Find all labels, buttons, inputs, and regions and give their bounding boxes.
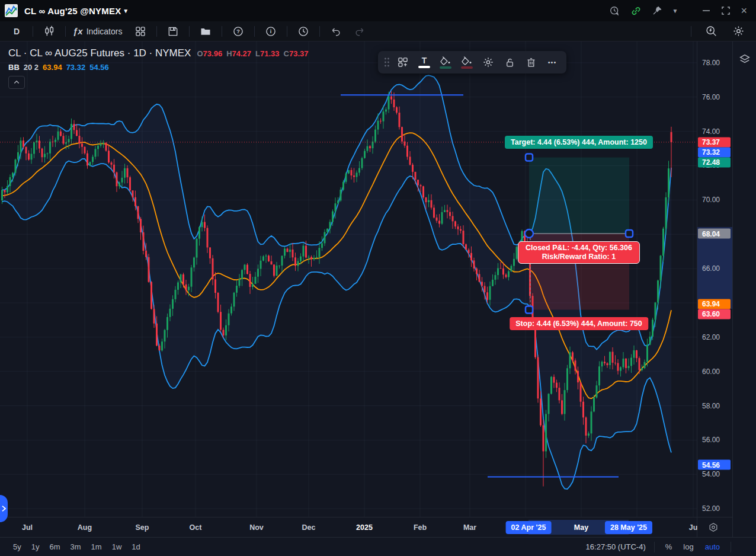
target-label[interactable]: Target: 4.44 (6.53%) 444, Amount: 1250 bbox=[505, 136, 653, 149]
help-icon: ? bbox=[232, 25, 244, 37]
window-titlebar: CL ∞ Aug'25 @NYMEX ▼ ▼ bbox=[0, 0, 756, 21]
support-chat-icon[interactable] bbox=[609, 5, 620, 17]
more-options-button[interactable]: ••• bbox=[542, 53, 563, 72]
maximize-button[interactable] bbox=[721, 6, 731, 15]
time-tick-label: Dec bbox=[302, 523, 316, 532]
date-anchor-badge[interactable]: 02 Apr '25 bbox=[506, 521, 552, 534]
price-badge: 73.37 bbox=[698, 137, 731, 147]
indicator-legend[interactable]: BB 20 2 63.94 73.32 54.56 bbox=[8, 63, 313, 72]
delete-drawing-button[interactable] bbox=[520, 53, 542, 72]
range-1w[interactable]: 1w bbox=[112, 542, 122, 551]
time-tick-label: 2025 bbox=[356, 523, 373, 532]
percent-scale-toggle[interactable]: % bbox=[665, 542, 672, 551]
pnl-line1: Closed P&L: -4.44, Qty: 56.306 bbox=[526, 244, 632, 253]
clock-display[interactable]: 16:27:50 (UTC-4) bbox=[586, 542, 646, 551]
date-range-switcher: 5y 1y 6m 3m 1m 1w 1d bbox=[0, 542, 140, 551]
layout-caret-icon[interactable]: ▼ bbox=[672, 8, 678, 14]
price-tick-label: 52.00 bbox=[702, 504, 720, 513]
quick-search-button[interactable] bbox=[699, 23, 723, 40]
templates-grid-icon bbox=[134, 25, 146, 37]
time-tick-label: Mar bbox=[463, 523, 476, 532]
trash-icon bbox=[526, 57, 537, 68]
price-tick-label: 76.00 bbox=[702, 93, 720, 101]
candle-style-button[interactable] bbox=[37, 23, 61, 40]
pnl-line2: Risk/Reward Ratio: 1 bbox=[526, 253, 632, 261]
help-button[interactable]: ? bbox=[226, 23, 250, 40]
candles-icon bbox=[43, 25, 56, 38]
open-layout-button[interactable] bbox=[194, 23, 217, 40]
range-5y[interactable]: 5y bbox=[13, 542, 21, 551]
legend-collapse-button[interactable] bbox=[8, 76, 25, 89]
loss-fill-color-button[interactable] bbox=[456, 53, 478, 72]
price-axis[interactable]: 78.0076.0074.0072.0070.0068.0066.0064.00… bbox=[697, 41, 733, 517]
pnl-label[interactable]: Closed P&L: -4.44, Qty: 56.306 Risk/Rewa… bbox=[518, 241, 640, 264]
link-icon[interactable] bbox=[630, 5, 642, 17]
svg-text:i: i bbox=[270, 28, 272, 34]
bar-replay-button[interactable] bbox=[291, 23, 315, 40]
price-badge: 54.56 bbox=[698, 460, 731, 470]
time-tick-label: Ju bbox=[689, 523, 698, 532]
chart-pane[interactable]: CL · CL ∞ AUG25 Futures · 1D · NYMEX O73… bbox=[0, 41, 697, 517]
time-axis[interactable]: JulAugSepOctNovDec2025FebMarMayJu02 Apr … bbox=[0, 517, 732, 538]
indicators-button[interactable]: ƒx Indicators bbox=[70, 23, 125, 40]
paint-bucket-icon bbox=[462, 56, 472, 65]
price-tick-label: 58.00 bbox=[702, 402, 720, 410]
stop-label[interactable]: Stop: 4.44 (6.53%) 444, Amount: 750 bbox=[510, 317, 648, 330]
price-badge: 63.60 bbox=[698, 309, 731, 319]
bb-basis-value: 63.94 bbox=[43, 63, 62, 72]
price-tick-label: 70.00 bbox=[702, 196, 720, 204]
pin-icon[interactable] bbox=[652, 5, 662, 16]
show-left-panel-button[interactable] bbox=[0, 495, 8, 522]
undo-button[interactable] bbox=[324, 23, 348, 40]
profit-fill-color-button[interactable] bbox=[435, 53, 456, 72]
minimize-button[interactable] bbox=[701, 6, 711, 15]
template-button[interactable] bbox=[392, 53, 414, 72]
symbol-menu-caret-icon[interactable]: ▼ bbox=[123, 8, 129, 14]
symbol-description[interactable]: CL · CL ∞ AUG25 Futures · 1D · NYMEX bbox=[8, 47, 191, 59]
gear-icon bbox=[732, 25, 745, 37]
price-tick-label: 60.00 bbox=[702, 368, 720, 376]
paint-bucket-icon bbox=[440, 56, 451, 65]
toolbar-drag-handle[interactable] bbox=[382, 53, 392, 72]
redo-button[interactable] bbox=[348, 23, 371, 40]
auto-scale-toggle[interactable]: auto bbox=[705, 542, 720, 551]
indicators-label: Indicators bbox=[87, 27, 123, 36]
log-scale-toggle[interactable]: log bbox=[683, 542, 693, 551]
text-color-button[interactable]: T bbox=[414, 53, 435, 72]
info-button[interactable]: i bbox=[259, 23, 283, 40]
indicator-params: 20 2 bbox=[24, 63, 39, 72]
quick-search-icon bbox=[705, 25, 717, 37]
price-badge: 72.48 bbox=[698, 157, 731, 167]
save-layout-button[interactable] bbox=[161, 23, 185, 40]
price-badge: 63.94 bbox=[698, 299, 731, 309]
chart-legend: CL · CL ∞ AUG25 Futures · 1D · NYMEX O73… bbox=[8, 47, 313, 89]
time-tick-label: Feb bbox=[414, 523, 427, 532]
drag-dots-icon bbox=[383, 57, 390, 68]
range-1d[interactable]: 1d bbox=[132, 542, 140, 551]
time-tick-label: Nov bbox=[249, 523, 264, 532]
indicator-templates-button[interactable] bbox=[129, 23, 152, 40]
time-tick-label: Oct bbox=[190, 523, 202, 532]
clock-history-icon bbox=[297, 25, 309, 37]
price-chart-canvas[interactable] bbox=[0, 41, 697, 517]
layers-icon bbox=[738, 53, 751, 66]
instrument-status-button[interactable] bbox=[707, 522, 719, 536]
drawing-settings-button[interactable] bbox=[478, 53, 499, 72]
close-button[interactable]: × bbox=[741, 5, 747, 16]
object-tree-button[interactable] bbox=[738, 53, 751, 68]
time-tick-label: Sep bbox=[136, 523, 149, 532]
save-icon bbox=[167, 25, 179, 37]
lock-drawing-button[interactable] bbox=[499, 53, 520, 72]
svg-text:?: ? bbox=[237, 28, 241, 34]
interval-button[interactable]: D bbox=[5, 23, 28, 40]
date-anchor-badge[interactable]: 28 May '25 bbox=[605, 521, 652, 534]
range-1y[interactable]: 1y bbox=[31, 542, 40, 551]
settings-button[interactable] bbox=[726, 23, 750, 40]
range-6m[interactable]: 6m bbox=[49, 542, 60, 551]
text-color-T: T bbox=[422, 57, 427, 65]
range-1m[interactable]: 1m bbox=[91, 542, 102, 551]
time-tick-label: May bbox=[574, 523, 588, 532]
range-3m[interactable]: 3m bbox=[71, 542, 81, 551]
window-title[interactable]: CL ∞ Aug'25 @NYMEX bbox=[24, 6, 121, 16]
price-badge: 68.04 bbox=[698, 229, 731, 239]
